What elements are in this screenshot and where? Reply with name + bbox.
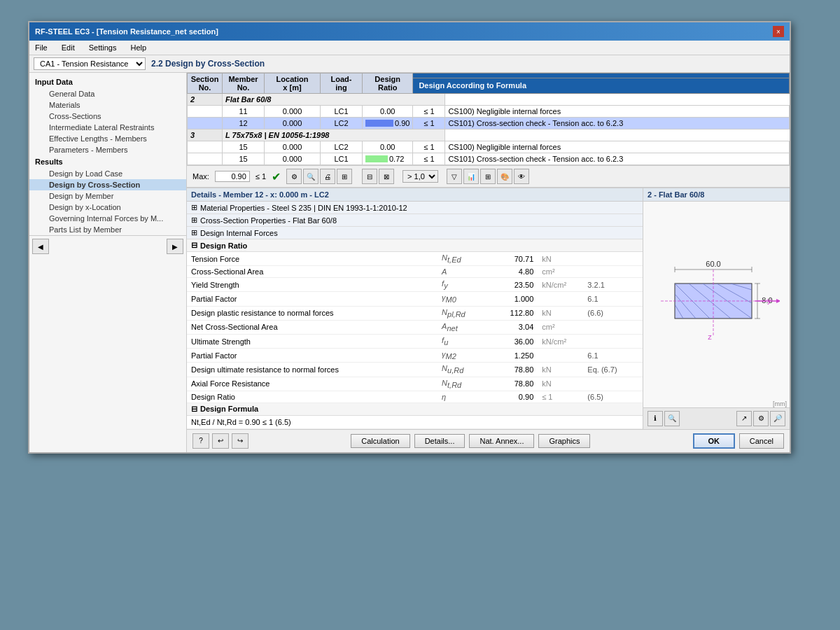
- cell-member: 11: [223, 106, 265, 118]
- formula-group-header[interactable]: ⊟ Design Formula: [187, 403, 643, 416]
- cell-ratio: 0.72: [363, 153, 413, 165]
- tool-btn-export1[interactable]: ⊟: [362, 169, 377, 184]
- details-table: Tension Force Nt,Ed 70.71 kN Cross-Secti…: [187, 252, 643, 403]
- design-internal-subheader[interactable]: ⊞ Design Internal Forces: [187, 227, 643, 239]
- color-btn[interactable]: 🎨: [497, 169, 512, 184]
- detail-value: 70.71: [483, 252, 538, 266]
- main-content: Input Data General Data Materials Cross-…: [29, 73, 790, 452]
- table-row[interactable]: 12 0.000 LC2 0.90 ≤ 1 CS101) Cross-secti…: [188, 118, 790, 130]
- cell-section: [188, 153, 223, 165]
- ca-dropdown[interactable]: CA1 - Tension Resistance: [34, 57, 146, 70]
- tool-btn-3[interactable]: 🖨: [320, 169, 335, 184]
- cell-location: 0.000: [265, 106, 321, 118]
- footer-center: Calculation Details... Nat. Annex... Gra…: [351, 434, 590, 448]
- detail-unit: kN/cm²: [538, 334, 583, 348]
- sidebar-item-design-cross-section[interactable]: Design by Cross-Section: [29, 179, 186, 190]
- sidebar-scroll-right[interactable]: ▶: [167, 239, 183, 254]
- section-row-3: 3 L 75x75x8 | EN 10056-1:1998: [188, 130, 790, 141]
- design-ratio-group[interactable]: ⊟ Design Ratio: [187, 239, 643, 252]
- sidebar-item-parameters[interactable]: Parameters - Members: [29, 144, 186, 155]
- detail-symbol: Anet: [438, 320, 483, 334]
- tool-btn-4[interactable]: ⊞: [337, 169, 352, 184]
- cs-info-btn[interactable]: ℹ: [648, 411, 663, 426]
- detail-symbol: γM2: [438, 349, 483, 363]
- cs-settings-btn[interactable]: ⚙: [753, 411, 769, 426]
- sidebar-item-materials[interactable]: Materials: [29, 99, 186, 111]
- detail-value: 78.80: [483, 363, 538, 377]
- cs-bottom-icons: ℹ 🔍 ↗ ⚙ 🔎: [643, 407, 790, 429]
- tool-btn-2[interactable]: 🔍: [303, 169, 318, 184]
- toolbar-icons: ⚙ 🔍 🖨 ⊞: [286, 169, 352, 184]
- col-header-formula: Design According to Formula: [413, 78, 790, 93]
- menu-bar: File Edit Settings Help: [29, 41, 790, 55]
- table-row[interactable]: 15 0.000 LC2 0.00 ≤ 1 CS100) Negligible …: [188, 141, 790, 153]
- cell-loading: LC1: [321, 153, 363, 165]
- detail-value: 78.80: [483, 377, 538, 391]
- sidebar-item-parts-list[interactable]: Parts List by Member: [29, 224, 186, 235]
- formula-section: Nt,Ed / Nt,Rd = 0.90 ≤ 1 (6.5): [187, 416, 643, 429]
- detail-ref: [583, 320, 643, 334]
- ok-button[interactable]: OK: [693, 433, 735, 449]
- calculation-button[interactable]: Calculation: [351, 434, 410, 448]
- chart-btn[interactable]: 📊: [463, 169, 479, 184]
- detail-symbol: Nt,Rd: [438, 377, 483, 391]
- cell-formula: CS100) Negligible internal forces: [445, 141, 790, 153]
- detail-value: 3.04: [483, 320, 538, 334]
- nat-annex-button[interactable]: Nat. Annex...: [469, 434, 534, 448]
- ratio-filter-select[interactable]: > 1,0 All: [402, 170, 438, 183]
- filter-btn[interactable]: ▽: [447, 169, 462, 184]
- main-dialog: RF-STEEL EC3 - [Tension Resistance_net s…: [28, 21, 791, 454]
- cs-zoom-btn[interactable]: 🔎: [770, 411, 785, 426]
- sidebar-item-design-member[interactable]: Design by Member: [29, 190, 186, 202]
- detail-symbol: Nu,Rd: [438, 363, 483, 377]
- view-btn[interactable]: 👁: [514, 169, 529, 184]
- menu-edit[interactable]: Edit: [59, 42, 78, 53]
- detail-row-axial: Axial Force Resistance Nt,Rd 78.80 kN: [187, 377, 643, 391]
- tool-btn-export2[interactable]: ⊠: [379, 169, 394, 184]
- table-btn[interactable]: ⊞: [480, 169, 496, 184]
- max-value-input[interactable]: [215, 171, 250, 182]
- detail-unit: kN: [538, 252, 583, 266]
- sidebar-item-design-load-case[interactable]: Design by Load Case: [29, 168, 186, 179]
- detail-value: 4.80: [483, 266, 538, 278]
- sidebar-scroll-left[interactable]: ◀: [32, 239, 49, 254]
- menu-help[interactable]: Help: [127, 42, 149, 53]
- detail-row-ultimate: Ultimate Strength fu 36.00 kN/cm²: [187, 334, 643, 348]
- detail-unit: kN: [538, 363, 583, 377]
- sidebar-item-lateral-restraints[interactable]: Intermediate Lateral Restraints: [29, 122, 186, 133]
- sidebar-item-cross-sections[interactable]: Cross-Sections: [29, 111, 186, 122]
- sidebar-item-governing-forces[interactable]: Governing Internal Forces by M...: [29, 213, 186, 224]
- detail-name: Design Ratio: [187, 391, 438, 402]
- expand-icon-cs: ⊞: [191, 216, 197, 225]
- max-leq: ≤ 1: [255, 172, 266, 181]
- ok-check-icon: ✔: [272, 170, 281, 183]
- detail-value: 36.00: [483, 334, 538, 348]
- section-no-3: 3: [188, 130, 223, 141]
- cs-export-btn[interactable]: ↗: [736, 411, 752, 426]
- close-button[interactable]: ×: [773, 26, 784, 37]
- cell-location: 0.000: [265, 141, 321, 153]
- material-subheader[interactable]: ⊞ Material Properties - Steel S 235 | DI…: [187, 202, 643, 214]
- graphics-button[interactable]: Graphics: [538, 434, 590, 448]
- detail-row-area: Cross-Sectional Area A 4.80 cm²: [187, 266, 643, 278]
- cs-info-group: ℹ 🔍: [648, 411, 680, 426]
- details-button[interactable]: Details...: [414, 434, 465, 448]
- table-row[interactable]: 11 0.000 LC1 0.00 ≤ 1 CS100) Negligible …: [188, 106, 790, 118]
- tool-btn-1[interactable]: ⚙: [286, 169, 302, 184]
- cs-view-btn[interactable]: 🔍: [664, 411, 680, 426]
- sidebar-item-design-x-location[interactable]: Design by x-Location: [29, 202, 186, 213]
- menu-settings[interactable]: Settings: [86, 42, 120, 53]
- sidebar-item-effective-lengths[interactable]: Effective Lengths - Members: [29, 133, 186, 144]
- cancel-button[interactable]: Cancel: [739, 433, 784, 449]
- footer-btn-2[interactable]: ↩: [212, 433, 229, 449]
- sidebar-item-general-data[interactable]: General Data: [29, 88, 186, 99]
- footer-btn-1[interactable]: ?: [192, 433, 209, 449]
- table-row[interactable]: 15 0.000 LC1 0.72 ≤ 1 CS101) Cross-secti…: [188, 153, 790, 165]
- footer-btn-3[interactable]: ↪: [232, 433, 248, 449]
- svg-text:y: y: [767, 296, 771, 304]
- menu-file[interactable]: File: [32, 42, 50, 53]
- cell-leq: ≤ 1: [413, 141, 445, 153]
- dialog-title: RF-STEEL EC3 - [Tension Resistance_net s…: [35, 27, 218, 36]
- cs-subheader[interactable]: ⊞ Cross-Section Properties - Flat Bar 60…: [187, 214, 643, 227]
- col-header-location: Locationx [m]: [265, 74, 321, 94]
